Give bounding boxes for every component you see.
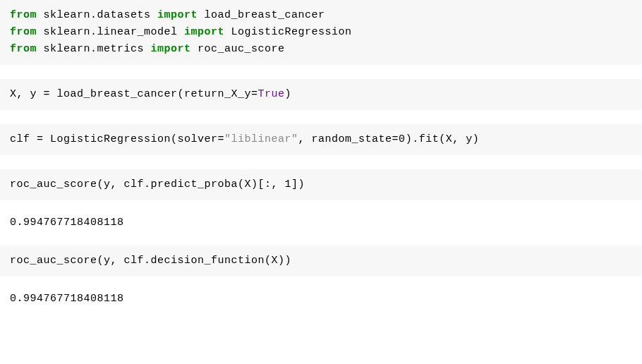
keyword-import: import [151, 43, 191, 55]
cell-gap [0, 200, 642, 207]
code-cell-roc-decision: roc_auc_score(y, clf.decision_function(X… [0, 245, 642, 277]
keyword-from: from [10, 43, 37, 55]
module-path: sklearn.metrics [37, 43, 151, 55]
bool-literal: True [258, 88, 285, 100]
cell-gap [0, 155, 642, 169]
import-name: roc_auc_score [191, 43, 285, 55]
number-literal: 1 [285, 178, 292, 190]
code-cell-load-data: X, y = load_breast_cancer(return_X_y=Tru… [0, 79, 642, 110]
module-path: sklearn.datasets [37, 9, 157, 21]
output-roc-proba: 0.994767718408118 [0, 207, 642, 238]
string-literal: "liblinear" [224, 133, 298, 145]
code-text: X, y = load_breast_cancer(return_X_y= [10, 88, 258, 100]
keyword-from: from [10, 9, 37, 21]
code-text: clf = LogisticRegression(solver= [10, 133, 224, 145]
cell-gap [0, 110, 642, 124]
code-text: ).fit(X, y) [406, 133, 480, 145]
cell-gap [0, 65, 642, 79]
code-cell-fit: clf = LogisticRegression(solver="libline… [0, 124, 642, 155]
cell-gap [0, 277, 642, 284]
code-text: roc_auc_score(y, clf.decision_function(X… [10, 255, 291, 267]
output-roc-decision: 0.994767718408118 [0, 284, 642, 315]
keyword-import: import [157, 9, 198, 21]
code-text: , random_state= [298, 133, 399, 145]
import-name: load_breast_cancer [198, 9, 325, 21]
code-cell-roc-proba: roc_auc_score(y, clf.predict_proba(X)[:,… [0, 169, 642, 200]
code-cell-imports: from sklearn.datasets import load_breast… [0, 0, 642, 65]
code-text: ]) [291, 178, 305, 190]
cell-gap [0, 238, 642, 245]
import-name: LogisticRegression [224, 26, 352, 38]
output-value: 0.994767718408118 [10, 293, 124, 305]
number-literal: 0 [399, 133, 406, 145]
code-text: ) [285, 88, 292, 100]
keyword-import: import [184, 26, 224, 38]
keyword-from: from [10, 26, 37, 38]
code-text: roc_auc_score(y, clf.predict_proba(X)[:, [10, 178, 285, 190]
module-path: sklearn.linear_model [37, 26, 184, 38]
output-value: 0.994767718408118 [10, 217, 124, 229]
